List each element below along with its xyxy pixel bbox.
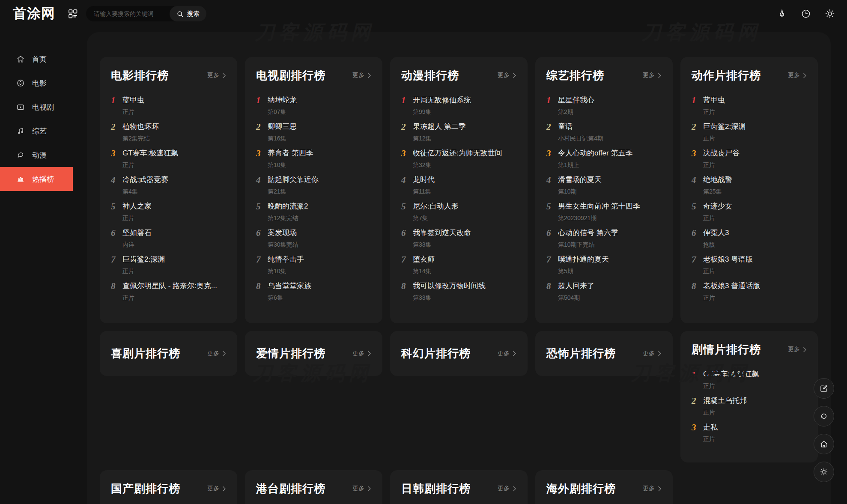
rank-list-item[interactable]: 8超人回来了第504期 <box>546 281 662 301</box>
more-link[interactable]: 更多 <box>498 72 516 79</box>
rank-list-item[interactable]: 1蓝甲虫正片 <box>111 95 226 116</box>
item-title[interactable]: 决战丧尸谷 <box>703 149 807 158</box>
more-link[interactable]: 更多 <box>352 350 371 358</box>
rank-list-item[interactable]: 5奇迹少女正片 <box>692 202 807 222</box>
search-button[interactable]: 搜索 <box>170 6 206 21</box>
rank-list-item[interactable]: 8乌当堂堂家族第6集 <box>256 281 371 301</box>
item-title[interactable]: 坚如磐石 <box>122 228 226 238</box>
more-link[interactable]: 更多 <box>498 350 516 358</box>
more-link[interactable]: 更多 <box>207 350 226 358</box>
item-title[interactable]: 蓝甲虫 <box>122 95 226 105</box>
sidebar-item-variety[interactable]: 综艺 <box>0 119 73 143</box>
item-title[interactable]: 男生女生向前冲 第十四季 <box>558 202 662 211</box>
item-title[interactable]: 龙时代 <box>413 175 516 185</box>
trending-fire-icon[interactable] <box>777 9 787 19</box>
refresh-button[interactable] <box>814 406 834 426</box>
more-link[interactable]: 更多 <box>207 485 226 492</box>
more-link[interactable]: 更多 <box>352 72 371 79</box>
item-title[interactable]: 卿卿三思 <box>268 122 371 131</box>
item-title[interactable]: 噗通扑通的夏天 <box>558 255 662 264</box>
sidebar-item-tv[interactable]: 电视剧 <box>0 95 73 119</box>
rank-list-item[interactable]: 4冷战:武器竞赛第4集 <box>111 175 226 195</box>
theme-toggle-button[interactable] <box>814 462 834 482</box>
rank-list-item[interactable]: 1GT赛车:极速狂飙正片 <box>692 370 807 390</box>
item-title[interactable]: 神人之家 <box>122 202 226 211</box>
more-link[interactable]: 更多 <box>788 346 807 353</box>
more-link[interactable]: 更多 <box>352 485 371 492</box>
rank-list-item[interactable]: 6案发现场第30集完结 <box>256 228 371 248</box>
rank-list-item[interactable]: 1纳坤蛇龙第07集 <box>256 95 371 116</box>
rank-list-item[interactable]: 3养育者 第四季第10集 <box>256 149 371 169</box>
edit-button[interactable] <box>814 378 834 399</box>
item-title[interactable]: 混凝土乌托邦 <box>703 396 807 406</box>
rank-list-item[interactable]: 6伸冤人3抢版 <box>692 228 807 248</box>
more-link[interactable]: 更多 <box>207 72 226 79</box>
item-title[interactable]: 踮起脚尖靠近你 <box>268 175 371 185</box>
search-input[interactable] <box>86 6 170 21</box>
item-title[interactable]: 果冻超人 第二季 <box>413 122 516 131</box>
item-title[interactable]: 童话 <box>558 122 662 131</box>
rank-list-item[interactable]: 1星星伴我心第2期 <box>546 95 662 116</box>
rank-list-item[interactable]: 3令人心动的offer 第五季第1期上 <box>546 149 662 169</box>
rank-list-item[interactable]: 5神人之家正片 <box>111 202 226 222</box>
item-title[interactable]: 乌当堂堂家族 <box>268 281 371 291</box>
item-title[interactable]: 超人回来了 <box>558 281 662 291</box>
home-button[interactable] <box>814 434 834 454</box>
sidebar-item-anime[interactable]: 动漫 <box>0 143 73 167</box>
rank-list-item[interactable]: 3走私正片 <box>692 423 807 443</box>
rank-list-item[interactable]: 4绝地战警第25集 <box>692 175 807 195</box>
rank-list-item[interactable]: 3决战丧尸谷正片 <box>692 149 807 169</box>
sidebar-item-home[interactable]: 首页 <box>0 47 73 71</box>
item-title[interactable]: 绝地战警 <box>703 175 807 185</box>
rank-list-item[interactable]: 7巨齿鲨2:深渊正片 <box>111 255 226 275</box>
rank-list-item[interactable]: 4踮起脚尖靠近你第21集 <box>256 175 371 195</box>
rank-list-item[interactable]: 8查佩尔明星队 - 路奈尔:奥克...正片 <box>111 281 226 301</box>
rank-list-item[interactable]: 6我靠签到逆天改命第33集 <box>401 228 516 248</box>
item-title[interactable]: 我靠签到逆天改命 <box>413 228 516 238</box>
item-title[interactable]: GT赛车:极速狂飙 <box>122 149 226 158</box>
item-title[interactable]: 堕玄师 <box>413 255 516 264</box>
item-title[interactable]: 我可以修改万物时间线 <box>413 281 516 291</box>
item-title[interactable]: 星星伴我心 <box>558 95 662 105</box>
item-title[interactable]: 案发现场 <box>268 228 371 238</box>
apps-grid-icon[interactable] <box>68 9 78 19</box>
item-title[interactable]: 查佩尔明星队 - 路奈尔:奥克... <box>122 281 226 291</box>
item-title[interactable]: 老板娘3 粤语版 <box>703 255 807 264</box>
item-title[interactable]: 收徒亿万返还:为师无敌世间 <box>413 149 516 158</box>
rank-list-item[interactable]: 5男生女生向前冲 第十四季第20230921期 <box>546 202 662 222</box>
rank-list-item[interactable]: 6心动的信号 第六季第10期下完结 <box>546 228 662 248</box>
item-title[interactable]: 心动的信号 第六季 <box>558 228 662 238</box>
rank-list-item[interactable]: 2卿卿三思第16集 <box>256 122 371 142</box>
rank-list-item[interactable]: 4龙时代第11集 <box>401 175 516 195</box>
item-title[interactable]: 尼尔:自动人形 <box>413 202 516 211</box>
item-title[interactable]: 令人心动的offer 第五季 <box>558 149 662 158</box>
site-logo[interactable]: 首涂网 <box>0 4 64 23</box>
rank-list-item[interactable]: 7噗通扑通的夏天第5期 <box>546 255 662 275</box>
rank-list-item[interactable]: 5尼尔:自动人形第7集 <box>401 202 516 222</box>
rank-list-item[interactable]: 5晚酌的流派2第12集完结 <box>256 202 371 222</box>
item-title[interactable]: 冷战:武器竞赛 <box>122 175 226 185</box>
item-title[interactable]: 纯情拳击手 <box>268 255 371 264</box>
more-link[interactable]: 更多 <box>643 350 662 358</box>
item-title[interactable]: 奇迹少女 <box>703 202 807 211</box>
rank-list-item[interactable]: 3GT赛车:极速狂飙正片 <box>111 149 226 169</box>
more-link[interactable]: 更多 <box>788 72 807 79</box>
item-title[interactable]: 滑雪场的夏天 <box>558 175 662 185</box>
item-title[interactable]: 伸冤人3 <box>703 228 807 238</box>
item-title[interactable]: 巨齿鲨2:深渊 <box>122 255 226 264</box>
rank-list-item[interactable]: 3收徒亿万返还:为师无敌世间第32集 <box>401 149 516 169</box>
rank-list-item[interactable]: 8老板娘3 普通话版正片 <box>692 281 807 301</box>
rank-list-item[interactable]: 7老板娘3 粤语版正片 <box>692 255 807 275</box>
more-link[interactable]: 更多 <box>643 485 662 492</box>
history-clock-icon[interactable] <box>801 9 811 19</box>
rank-list-item[interactable]: 6坚如磐石内详 <box>111 228 226 248</box>
item-title[interactable]: 纳坤蛇龙 <box>268 95 371 105</box>
item-title[interactable]: 走私 <box>703 423 807 432</box>
item-title[interactable]: 巨齿鲨2:深渊 <box>703 122 807 131</box>
item-title[interactable]: 植物也坏坏 <box>122 122 226 131</box>
rank-list-item[interactable]: 4滑雪场的夏天第10期 <box>546 175 662 195</box>
item-title[interactable]: 养育者 第四季 <box>268 149 371 158</box>
rank-list-item[interactable]: 7纯情拳击手第10集 <box>256 255 371 275</box>
rank-list-item[interactable]: 7堕玄师第14集 <box>401 255 516 275</box>
rank-list-item[interactable]: 2果冻超人 第二季第12集 <box>401 122 516 142</box>
